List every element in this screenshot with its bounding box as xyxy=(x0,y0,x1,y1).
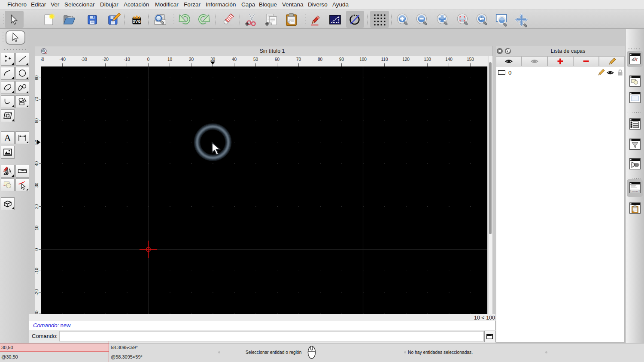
svg-text:70: 70 xyxy=(35,97,39,102)
svg-text:70: 70 xyxy=(296,57,301,62)
svg-text:0: 0 xyxy=(35,248,39,250)
svg-text:20: 20 xyxy=(35,204,39,209)
svg-text:20: 20 xyxy=(189,57,194,62)
svg-text:110: 110 xyxy=(381,57,388,62)
svg-text:-40: -40 xyxy=(59,57,66,62)
svg-text:-30: -30 xyxy=(81,57,87,62)
svg-text:command: command xyxy=(632,190,638,192)
svg-text:100: 100 xyxy=(359,57,367,62)
svg-text:-10: -10 xyxy=(35,268,39,274)
svg-text:10: 10 xyxy=(167,57,173,62)
svg-text:10: 10 xyxy=(35,226,39,231)
svg-text:130: 130 xyxy=(424,57,431,62)
svg-text:0: 0 xyxy=(147,57,150,62)
svg-text:40: 40 xyxy=(232,57,237,62)
svg-text:-20: -20 xyxy=(35,289,39,296)
svg-text:90: 90 xyxy=(339,57,344,62)
svg-text:30: 30 xyxy=(35,183,39,188)
svg-text:30: 30 xyxy=(210,57,216,62)
svg-text:150: 150 xyxy=(467,57,474,62)
svg-text:-20: -20 xyxy=(102,57,109,62)
svg-text:60: 60 xyxy=(35,118,39,124)
svg-text:SVG: SVG xyxy=(132,19,140,24)
svg-text:80: 80 xyxy=(35,75,39,81)
svg-text:50: 50 xyxy=(253,57,258,62)
svg-text:40: 40 xyxy=(35,161,39,166)
svg-text:-10: -10 xyxy=(124,57,130,62)
svg-text:80: 80 xyxy=(318,57,323,62)
svg-text:140: 140 xyxy=(445,57,453,62)
svg-text:A: A xyxy=(4,133,11,142)
svg-text:60: 60 xyxy=(275,57,280,62)
svg-text:120: 120 xyxy=(402,57,410,62)
